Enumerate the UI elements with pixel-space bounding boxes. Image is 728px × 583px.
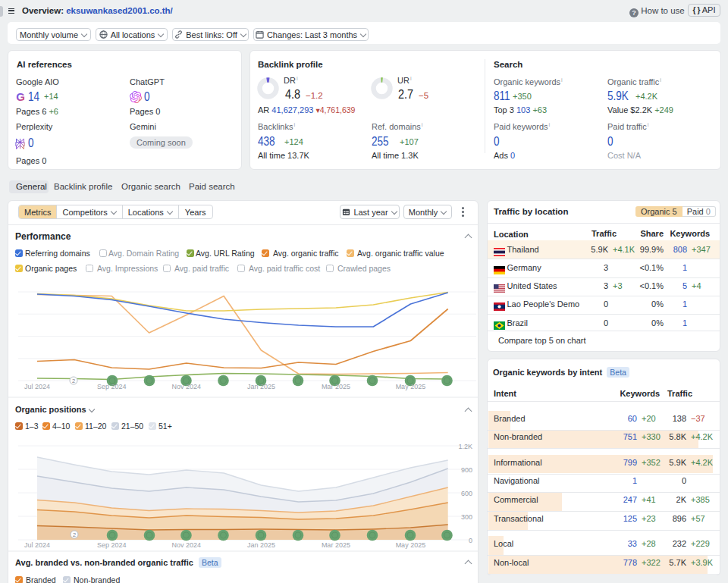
svg-text:G: G [16, 90, 25, 102]
